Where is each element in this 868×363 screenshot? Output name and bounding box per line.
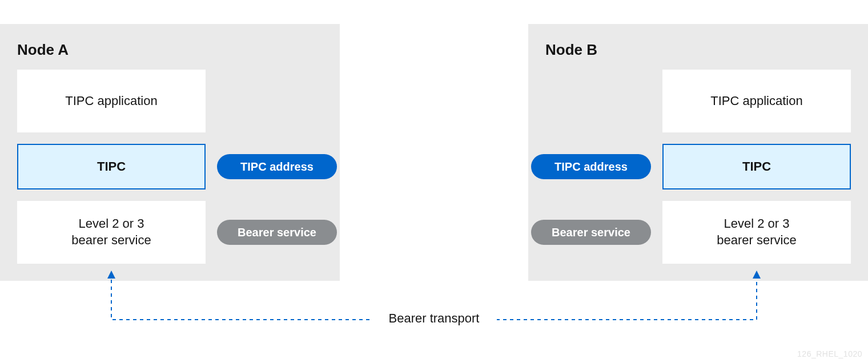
node-a-title: Node A (17, 41, 69, 59)
node-b-bearer-service-pill: Bearer service (531, 220, 651, 245)
node-a-bearer-service-label: Bearer service (238, 226, 316, 239)
node-b-panel: Node B TIPC application TIPC Level 2 or … (528, 24, 868, 281)
node-a-application-label: TIPC application (65, 93, 157, 110)
node-b-bearer-service-label: Bearer service (552, 226, 630, 239)
node-a-tipc-label: TIPC (97, 159, 126, 175)
node-b-tipc-label: TIPC (742, 159, 771, 175)
node-b-tipc-box: TIPC (662, 144, 851, 189)
node-b-bearer-box: Level 2 or 3bearer service (662, 201, 851, 264)
node-a-application-box: TIPC application (17, 70, 206, 132)
node-b-tipc-address-pill: TIPC address (531, 154, 651, 179)
node-a-bearer-box: Level 2 or 3bearer service (17, 201, 206, 264)
node-b-application-box: TIPC application (662, 70, 851, 132)
node-b-tipc-address-label: TIPC address (554, 160, 628, 174)
node-b-title: Node B (545, 41, 597, 59)
node-b-bearer-label: Level 2 or 3bearer service (717, 216, 796, 248)
watermark-label: 126_RHEL_1020 (797, 349, 862, 358)
bearer-transport-label: Bearer transport (371, 311, 497, 326)
node-a-bearer-label: Level 2 or 3bearer service (71, 216, 151, 248)
node-b-application-label: TIPC application (710, 93, 802, 110)
node-a-panel: Node A TIPC application TIPC Level 2 or … (0, 24, 340, 281)
node-a-tipc-address-label: TIPC address (240, 160, 314, 174)
node-a-bearer-service-pill: Bearer service (217, 220, 337, 245)
node-a-tipc-box: TIPC (17, 144, 206, 189)
node-a-tipc-address-pill: TIPC address (217, 154, 337, 179)
